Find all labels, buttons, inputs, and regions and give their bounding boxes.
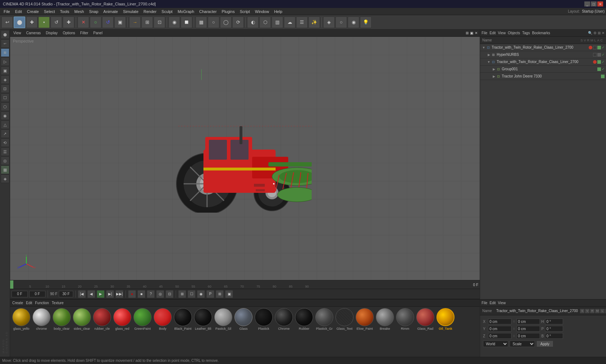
sidebar-9[interactable]: ↗ xyxy=(1,129,9,138)
sidebar-12[interactable]: ◎ xyxy=(1,156,9,165)
coord-y-rot[interactable] xyxy=(545,326,563,332)
name-icon-s[interactable]: S xyxy=(580,309,584,313)
viewport[interactable]: Perspective xyxy=(10,37,480,280)
name-icon-r[interactable]: R xyxy=(590,309,594,313)
vp-menu-display[interactable]: Display xyxy=(45,31,59,35)
sidebar-2[interactable]: ▣ xyxy=(1,66,9,75)
poly-mode-button[interactable]: ◯ xyxy=(220,17,232,28)
vp-menu-view[interactable]: View xyxy=(12,31,22,35)
coord-y-pos[interactable] xyxy=(488,326,511,332)
coord-x-rot[interactable] xyxy=(545,319,563,324)
om-close-icon[interactable]: ✕ xyxy=(602,31,605,35)
material-body[interactable]: Body xyxy=(153,308,172,355)
undo-button[interactable]: ↩ xyxy=(1,17,13,28)
x-axis-button[interactable]: ✕ xyxy=(78,17,89,28)
material-rubber-cle[interactable]: rubber_cle xyxy=(92,308,112,355)
coord-z-rot[interactable] xyxy=(545,333,563,339)
menu-snap[interactable]: Snap xyxy=(87,9,101,14)
menu-simulate[interactable]: Simulate xyxy=(121,9,141,14)
close-button[interactable]: ✕ xyxy=(597,1,603,6)
menu-sculpt[interactable]: Sculpt xyxy=(159,9,175,14)
sidebar-1[interactable]: ▷ xyxy=(1,57,9,66)
menu-create[interactable]: Create xyxy=(25,9,41,14)
mode-btn-2[interactable]: ☐ xyxy=(188,290,196,298)
vp-icon-3[interactable]: ✕ xyxy=(475,31,478,35)
prev-frame-button[interactable]: ◀ xyxy=(87,290,95,298)
om-row-root[interactable]: ▼ ⊡ Tractor_with_Twin_Rotor_Rake_Claas_L… xyxy=(480,44,606,51)
pose-button[interactable]: ⊡ xyxy=(166,290,174,298)
effector-button[interactable]: ☰ xyxy=(296,17,308,28)
om-expand-icon[interactable]: ⊞ xyxy=(598,31,601,35)
nurbs-button[interactable]: ▥ xyxy=(272,17,283,28)
om-search-icon[interactable]: 🔍 xyxy=(588,31,592,35)
mat-menu-create[interactable]: Create xyxy=(12,301,23,305)
om-dot-1-root[interactable] xyxy=(593,46,597,49)
current-frame-input[interactable] xyxy=(12,291,28,297)
om-dot-1-tractor[interactable] xyxy=(597,60,601,64)
menu-window[interactable]: Window xyxy=(253,9,271,14)
menu-render[interactable]: Render xyxy=(141,9,159,14)
material-leather-bli[interactable]: Leather_Bli xyxy=(193,308,213,355)
coord-menu-view[interactable]: View xyxy=(498,301,506,305)
material-greenpaint[interactable]: GreenPaint xyxy=(133,308,152,355)
material-glass-red[interactable]: glass_red xyxy=(113,308,132,355)
om-expand-root[interactable]: ▼ xyxy=(482,46,486,49)
sidebar-select[interactable]: ⊞ xyxy=(1,48,9,57)
om-row-tractor-group[interactable]: ▼ ⊡ Tractor_with_Twin_Rotor_Rake_Claas_L… xyxy=(480,58,606,66)
coord-menu-file[interactable]: File xyxy=(482,301,487,305)
camera-button[interactable]: ◉ xyxy=(168,17,180,28)
cube-button[interactable]: ▪ xyxy=(38,17,50,28)
rotate-tool-button[interactable]: ↺ xyxy=(50,17,62,28)
om-menu-bookmarks[interactable]: Bookmarks xyxy=(532,31,550,35)
om-dot-r-root[interactable] xyxy=(589,46,592,49)
render-button[interactable]: → xyxy=(129,17,141,28)
play-button[interactable]: ▶ xyxy=(97,290,105,298)
motion-button[interactable]: ◎ xyxy=(156,290,164,298)
material-chrome-2[interactable]: Chrome xyxy=(274,308,294,355)
coord-z-size[interactable] xyxy=(517,333,540,339)
material-glass[interactable]: Glass xyxy=(234,308,253,355)
sidebar-5[interactable]: ☐ xyxy=(1,93,9,102)
vp-icon-1[interactable]: ⊞ xyxy=(466,31,469,35)
frame-value-input[interactable] xyxy=(29,291,45,297)
material-oil-tank[interactable]: Oil_Tank xyxy=(436,308,455,355)
fps-input[interactable] xyxy=(59,291,73,297)
material-elow-paint[interactable]: Elow_Paint xyxy=(355,308,374,355)
apply-button[interactable]: Apply xyxy=(536,341,553,347)
name-icon-v[interactable]: V xyxy=(585,309,589,313)
sidebar-10[interactable]: ⟲ xyxy=(1,138,9,147)
material-breake[interactable]: Breake xyxy=(375,308,395,355)
mat-menu-function[interactable]: Function xyxy=(35,301,49,305)
menu-select[interactable]: Select xyxy=(42,9,57,14)
om-menu-view[interactable]: View xyxy=(498,31,506,35)
render-settings-button[interactable]: ⊞ xyxy=(141,17,153,28)
material-plastick-gr[interactable]: Plastick_Gr xyxy=(315,308,334,355)
eye-button[interactable]: ◉ xyxy=(348,17,359,28)
menu-animate[interactable]: Animate xyxy=(101,9,120,14)
om-menu-objects[interactable]: Objects xyxy=(508,31,520,35)
mode-btn-6[interactable]: ▣ xyxy=(225,290,233,298)
material-black-paint[interactable]: Black_Paint xyxy=(173,308,193,355)
vp-menu-options[interactable]: Options xyxy=(62,31,76,35)
mat-menu-texture[interactable]: Texture xyxy=(52,301,64,305)
name-icon-l[interactable]: L xyxy=(600,309,605,313)
mode-btn-4[interactable]: P xyxy=(206,290,214,298)
add-button[interactable]: ✚ xyxy=(63,17,74,28)
create-button[interactable]: ✚ xyxy=(26,17,38,28)
vp-menu-cameras[interactable]: Cameras xyxy=(25,31,42,35)
sidebar-11[interactable]: ☰ xyxy=(1,147,9,156)
sidebar-undo2[interactable]: ↩ xyxy=(1,39,9,48)
menu-plugins[interactable]: Plugins xyxy=(220,9,237,14)
z-axis-button[interactable]: ↺ xyxy=(102,17,114,28)
sidebar-13[interactable]: ▦ xyxy=(1,165,9,174)
sidebar-4[interactable]: ⊡ xyxy=(1,84,9,93)
om-dot-2-nurbs[interactable] xyxy=(597,53,601,57)
coord-menu-edit[interactable]: Edit xyxy=(489,301,496,305)
stop-button[interactable]: ■ xyxy=(137,290,145,298)
sidebar-move[interactable]: ⬤ xyxy=(1,30,9,39)
om-expand-group001[interactable]: ▶ xyxy=(492,67,496,71)
om-menu-tags[interactable]: Tags xyxy=(522,31,530,35)
sidebar-14[interactable]: ◈ xyxy=(1,174,9,183)
material-glass-text[interactable]: Glass_Text xyxy=(335,308,354,355)
om-menu-edit[interactable]: Edit xyxy=(489,31,496,35)
